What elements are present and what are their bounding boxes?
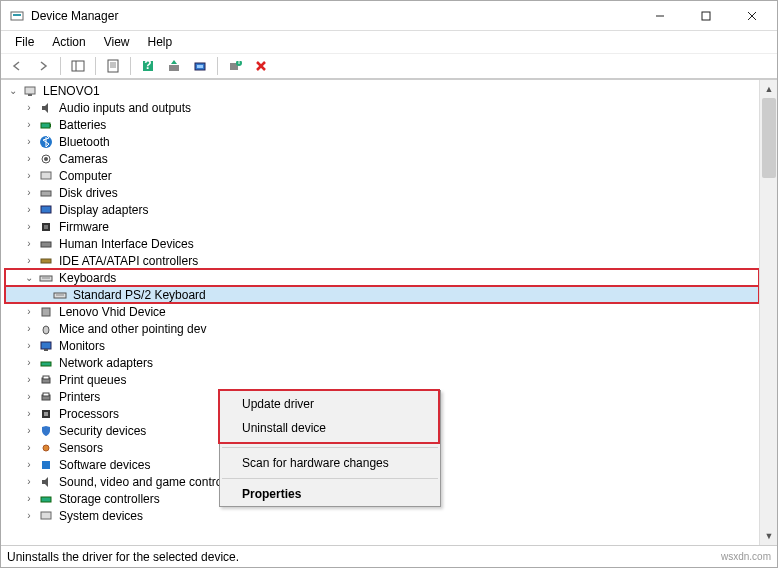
tree-node-network[interactable]: ›Network adapters: [5, 354, 759, 371]
scroll-up-icon[interactable]: ▲: [760, 80, 777, 98]
update-driver-button[interactable]: [162, 55, 186, 77]
tree-node-display[interactable]: ›Display adapters: [5, 201, 759, 218]
chevron-right-icon[interactable]: ›: [21, 304, 37, 320]
ctx-update-driver[interactable]: Update driver: [220, 392, 438, 416]
chevron-right-icon[interactable]: ›: [21, 100, 37, 116]
svg-point-41: [43, 326, 49, 334]
scroll-thumb[interactable]: [762, 98, 776, 178]
pc-icon: [38, 168, 54, 184]
svg-rect-29: [41, 172, 51, 179]
tree-node-bluetooth[interactable]: ›Bluetooth: [5, 133, 759, 150]
chevron-right-icon[interactable]: ›: [21, 117, 37, 133]
menubar: File Action View Help: [1, 31, 777, 53]
svg-rect-42: [41, 342, 51, 349]
chevron-right-icon[interactable]: ›: [21, 185, 37, 201]
tree-node-keyboards[interactable]: ⌄Keyboards: [5, 269, 759, 286]
tree-device-standard-keyboard[interactable]: Standard PS/2 Keyboard: [5, 286, 759, 303]
svg-rect-16: [197, 65, 203, 68]
tree-node-audio[interactable]: ›Audio inputs and outputs: [5, 99, 759, 116]
tree-node-ide[interactable]: ›IDE ATA/ATAPI controllers: [5, 252, 759, 269]
vertical-scrollbar[interactable]: ▲ ▼: [759, 80, 777, 545]
chevron-right-icon[interactable]: ›: [21, 202, 37, 218]
ide-icon: [38, 253, 54, 269]
cpu-icon: [38, 406, 54, 422]
chevron-right-icon[interactable]: ›: [21, 406, 37, 422]
mouse-icon: [38, 321, 54, 337]
tree-node-monitors[interactable]: ›Monitors: [5, 337, 759, 354]
chevron-right-icon[interactable]: ›: [21, 440, 37, 456]
chevron-right-icon[interactable]: ›: [21, 423, 37, 439]
ctx-uninstall-device[interactable]: Uninstall device: [220, 416, 438, 440]
scroll-down-icon[interactable]: ▼: [760, 527, 777, 545]
menu-help[interactable]: Help: [140, 33, 181, 51]
scan-hardware-button[interactable]: [188, 55, 212, 77]
svg-point-28: [44, 157, 48, 161]
tree-node-mice[interactable]: ›Mice and other pointing dev: [5, 320, 759, 337]
statusbar: Uninstalls the driver for the selected d…: [1, 545, 777, 567]
maximize-button[interactable]: [683, 1, 729, 31]
tree-node-disk[interactable]: ›Disk drives: [5, 184, 759, 201]
svg-rect-3: [702, 12, 710, 20]
ctx-scan-hardware[interactable]: Scan for hardware changes: [220, 451, 440, 475]
chevron-right-icon[interactable]: ›: [21, 219, 37, 235]
tree-node-computer[interactable]: ›Computer: [5, 167, 759, 184]
menu-action[interactable]: Action: [44, 33, 93, 51]
chevron-right-icon[interactable]: ›: [21, 372, 37, 388]
tree-node-lenovo-vhid[interactable]: ›Lenovo Vhid Device: [5, 303, 759, 320]
chevron-right-icon[interactable]: ›: [21, 355, 37, 371]
menu-view[interactable]: View: [96, 33, 138, 51]
titlebar: Device Manager: [1, 1, 777, 31]
show-hide-tree-button[interactable]: [66, 55, 90, 77]
uninstall-button[interactable]: [249, 55, 273, 77]
tree-node-batteries[interactable]: ›Batteries: [5, 116, 759, 133]
ctx-properties[interactable]: Properties: [220, 482, 440, 506]
back-button[interactable]: [5, 55, 29, 77]
tree-node-printq[interactable]: ›Print queues: [5, 371, 759, 388]
add-legacy-button[interactable]: +: [223, 55, 247, 77]
chevron-right-icon[interactable]: ›: [21, 168, 37, 184]
svg-rect-24: [41, 123, 50, 128]
tree-node-cameras[interactable]: ›Cameras: [5, 150, 759, 167]
content-area: ⌄ LENOVO1 ›Audio inputs and outputs ›Bat…: [1, 79, 777, 545]
chevron-right-icon[interactable]: ›: [21, 491, 37, 507]
svg-rect-44: [41, 362, 51, 366]
chevron-right-icon[interactable]: ›: [21, 389, 37, 405]
chevron-down-icon[interactable]: ⌄: [5, 83, 21, 99]
chevron-right-icon[interactable]: ›: [21, 508, 37, 524]
ctx-separator: [222, 447, 438, 448]
chevron-right-icon[interactable]: ›: [21, 134, 37, 150]
svg-rect-31: [41, 206, 51, 213]
tree-node-firmware[interactable]: ›Firmware: [5, 218, 759, 235]
bluetooth-icon: [38, 134, 54, 150]
computer-icon: [22, 83, 38, 99]
svg-rect-6: [72, 61, 84, 71]
svg-point-51: [43, 445, 49, 451]
svg-rect-22: [25, 87, 35, 94]
chevron-right-icon[interactable]: ›: [21, 236, 37, 252]
chevron-down-icon[interactable]: ⌄: [21, 270, 37, 286]
camera-icon: [38, 151, 54, 167]
tree-node-hid[interactable]: ›Human Interface Devices: [5, 235, 759, 252]
chevron-right-icon[interactable]: ›: [21, 338, 37, 354]
properties-button[interactable]: [101, 55, 125, 77]
device-icon: [38, 304, 54, 320]
chevron-right-icon[interactable]: ›: [21, 151, 37, 167]
menu-file[interactable]: File: [7, 33, 42, 51]
chevron-right-icon[interactable]: ›: [21, 474, 37, 490]
forward-button[interactable]: [31, 55, 55, 77]
software-icon: [38, 457, 54, 473]
tree-node-system[interactable]: ›System devices: [5, 507, 759, 524]
svg-rect-53: [41, 497, 51, 502]
help-button[interactable]: ?: [136, 55, 160, 77]
chevron-right-icon[interactable]: ›: [21, 253, 37, 269]
shield-icon: [38, 423, 54, 439]
svg-rect-14: [169, 65, 179, 71]
watermark: wsxdn.com: [721, 551, 771, 562]
tree-root[interactable]: ⌄ LENOVO1: [5, 82, 759, 99]
minimize-button[interactable]: [637, 1, 683, 31]
close-button[interactable]: [729, 1, 775, 31]
chevron-right-icon[interactable]: ›: [21, 321, 37, 337]
hid-icon: [38, 236, 54, 252]
svg-rect-43: [44, 349, 48, 351]
chevron-right-icon[interactable]: ›: [21, 457, 37, 473]
